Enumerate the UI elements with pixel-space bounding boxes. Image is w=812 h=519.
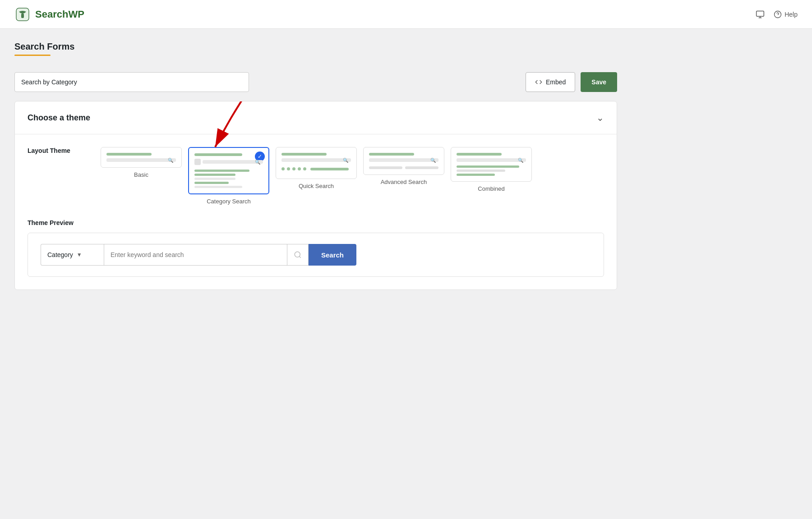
main-card: Choose a theme ⌄ Layout Theme 🔍 (14, 101, 617, 290)
category-select[interactable]: Category ▼ (41, 244, 104, 266)
nav-right: Help (756, 10, 798, 19)
theme-name-category: Category Search (188, 198, 269, 205)
card-header: Choose a theme ⌄ (15, 101, 617, 134)
preview-search-button[interactable]: Search (309, 244, 356, 266)
theme-wrapper-category: ✓ 🔍 (188, 147, 269, 205)
theme-card-combined[interactable]: 🔍 (451, 147, 532, 182)
theme-card-basic[interactable]: 🔍 (101, 147, 182, 168)
theme-card-inner-combined: 🔍 (457, 153, 526, 176)
help-button[interactable]: Help (774, 10, 798, 18)
theme-card-inner-advanced: 🔍 (369, 153, 438, 169)
theme-card-inner-category: 🔍 (194, 153, 263, 188)
brand-name: SearchWP (35, 9, 84, 20)
svg-rect-1 (21, 14, 24, 18)
layout-theme-row: Layout Theme 🔍 Basic (28, 147, 604, 205)
embed-button[interactable]: Embed (526, 72, 575, 92)
preview-search-button-label: Search (321, 251, 344, 259)
themes-grid: 🔍 Basic (101, 147, 532, 205)
preview-form: Category ▼ Search (41, 244, 356, 266)
help-label: Help (784, 11, 798, 18)
svg-point-4 (775, 11, 781, 18)
theme-search-icon-cat: 🔍 (255, 160, 260, 165)
brand-icon (14, 6, 31, 23)
form-name-input[interactable] (14, 72, 249, 92)
svg-rect-3 (757, 11, 764, 16)
toolbar-row: Embed Save (14, 65, 617, 101)
collapse-icon[interactable]: ⌄ (596, 112, 604, 123)
theme-name-basic: Basic (101, 171, 182, 178)
save-button[interactable]: Save (581, 72, 617, 92)
theme-preview-label: Theme Preview (28, 219, 604, 226)
preview-box: Category ▼ Search (28, 233, 604, 277)
theme-card-advanced[interactable]: 🔍 (363, 147, 444, 175)
page-content: Search Forms Embed Save Choose a theme ⌄ (0, 29, 632, 303)
theme-search-icon-quick: 🔍 (343, 158, 348, 163)
theme-wrapper-quick: 🔍 (276, 147, 357, 205)
category-select-text: Category (47, 251, 73, 258)
preview-search-icon (287, 244, 309, 266)
theme-card-inner-quick: 🔍 (281, 153, 351, 173)
theme-wrapper-advanced: 🔍 Advanced Search (363, 147, 444, 205)
save-label: Save (591, 78, 606, 86)
theme-wrapper-combined: 🔍 Combined (451, 147, 532, 205)
layout-theme-label: Layout Theme (28, 147, 86, 154)
card-title: Choose a theme (28, 113, 90, 123)
theme-search-icon-adv: 🔍 (430, 158, 436, 163)
preview-keyword-input[interactable] (104, 244, 287, 266)
brand-logo[interactable]: SearchWP (14, 6, 84, 23)
monitor-icon-btn[interactable] (756, 10, 765, 19)
theme-name-advanced: Advanced Search (363, 179, 444, 185)
select-chevron-icon: ▼ (77, 252, 82, 258)
theme-search-icon-comb: 🔍 (518, 158, 523, 163)
svg-point-7 (295, 252, 300, 257)
svg-line-8 (299, 256, 300, 257)
theme-name-quick: Quick Search (276, 183, 357, 189)
theme-card-category[interactable]: ✓ 🔍 (188, 147, 269, 194)
theme-preview-section: Theme Preview Category ▼ (28, 219, 604, 277)
theme-name-combined: Combined (451, 185, 532, 192)
theme-card-quick[interactable]: 🔍 (276, 147, 357, 179)
theme-card-inner-basic: 🔍 (106, 153, 176, 162)
embed-label: Embed (546, 78, 566, 86)
theme-wrapper-basic: 🔍 Basic (101, 147, 182, 205)
top-navigation: SearchWP Help (0, 0, 812, 29)
theme-search-icon-basic: 🔍 (168, 158, 173, 163)
page-title-section: Search Forms (14, 41, 617, 56)
svg-point-2 (22, 11, 23, 13)
page-title: Search Forms (14, 41, 617, 52)
card-body: Layout Theme 🔍 Basic (15, 134, 617, 289)
title-underline (14, 55, 51, 56)
